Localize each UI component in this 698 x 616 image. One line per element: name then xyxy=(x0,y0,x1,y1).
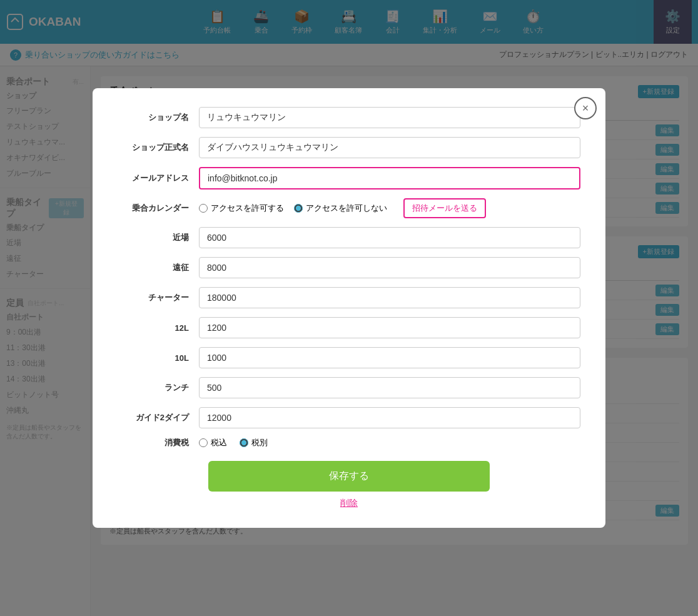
email-row: メールアドレス xyxy=(118,167,580,189)
lunch-row: ランチ xyxy=(118,377,580,398)
calendar-allow-option[interactable]: アクセスを許可する xyxy=(199,203,284,214)
guide2-label: ガイド2ダイプ xyxy=(118,412,199,423)
charter-input[interactable] xyxy=(199,287,580,308)
calendar-allow-label: アクセスを許可する xyxy=(211,203,284,214)
tax-label: 消費税 xyxy=(118,437,199,448)
shop-name-row: ショップ名 xyxy=(118,107,580,128)
far-row: 遠征 xyxy=(118,257,580,278)
calendar-deny-label: アクセスを許可しない xyxy=(306,203,387,214)
nearby-input[interactable] xyxy=(199,227,580,248)
12l-row: 12L xyxy=(118,317,580,338)
delete-label: 削除 xyxy=(340,498,358,508)
save-label: 保存する xyxy=(329,470,369,481)
calendar-deny-option[interactable]: アクセスを許可しない xyxy=(294,203,387,214)
charter-label: チャーター xyxy=(118,292,199,303)
tax-out-option[interactable]: 税別 xyxy=(240,437,268,448)
modal: × ショップ名 ショップ正式名 メールアドレス 乗合カレンダー アクセスを許可す… xyxy=(93,88,605,528)
tax-in-label: 税込 xyxy=(211,437,227,448)
guide2-input[interactable] xyxy=(199,407,580,428)
12l-input[interactable] xyxy=(199,317,580,338)
shop-formal-name-row: ショップ正式名 xyxy=(118,137,580,158)
email-input[interactable] xyxy=(199,167,580,189)
lunch-label: ランチ xyxy=(118,382,199,393)
12l-label: 12L xyxy=(118,323,199,333)
modal-close-button[interactable]: × xyxy=(574,97,597,119)
far-label: 遠征 xyxy=(118,262,199,273)
calendar-allow-radio[interactable] xyxy=(199,204,208,213)
nearby-row: 近場 xyxy=(118,227,580,248)
tax-options: 税込 税別 xyxy=(199,437,580,448)
shop-formal-name-label: ショップ正式名 xyxy=(118,142,199,153)
10l-input[interactable] xyxy=(199,347,580,368)
calendar-row: 乗合カレンダー アクセスを許可する アクセスを許可しない 招待メールを送る xyxy=(118,198,580,218)
shop-name-input[interactable] xyxy=(199,107,580,128)
tax-in-radio[interactable] xyxy=(199,438,208,447)
invite-email-button[interactable]: 招待メールを送る xyxy=(403,198,486,218)
far-input[interactable] xyxy=(199,257,580,278)
calendar-label: 乗合カレンダー xyxy=(118,203,199,214)
email-label: メールアドレス xyxy=(118,173,199,184)
modal-overlay[interactable]: × ショップ名 ショップ正式名 メールアドレス 乗合カレンダー アクセスを許可す… xyxy=(0,0,698,616)
tax-in-option[interactable]: 税込 xyxy=(199,437,227,448)
delete-link[interactable]: 削除 xyxy=(118,498,580,509)
tax-row: 消費税 税込 税別 xyxy=(118,437,580,448)
tax-out-radio[interactable] xyxy=(240,438,248,447)
10l-row: 10L xyxy=(118,347,580,368)
nearby-label: 近場 xyxy=(118,232,199,243)
tax-out-label: 税別 xyxy=(251,437,268,448)
shop-name-label: ショップ名 xyxy=(118,112,199,123)
guide2-row: ガイド2ダイプ xyxy=(118,407,580,428)
save-button[interactable]: 保存する xyxy=(208,461,490,492)
close-icon: × xyxy=(582,102,589,115)
invite-email-label: 招待メールを送る xyxy=(412,203,477,213)
lunch-input[interactable] xyxy=(199,377,580,398)
calendar-options: アクセスを許可する アクセスを許可しない 招待メールを送る xyxy=(199,198,580,218)
calendar-deny-radio[interactable] xyxy=(294,204,303,213)
10l-label: 10L xyxy=(118,353,199,363)
shop-formal-name-input[interactable] xyxy=(199,137,580,158)
charter-row: チャーター xyxy=(118,287,580,308)
